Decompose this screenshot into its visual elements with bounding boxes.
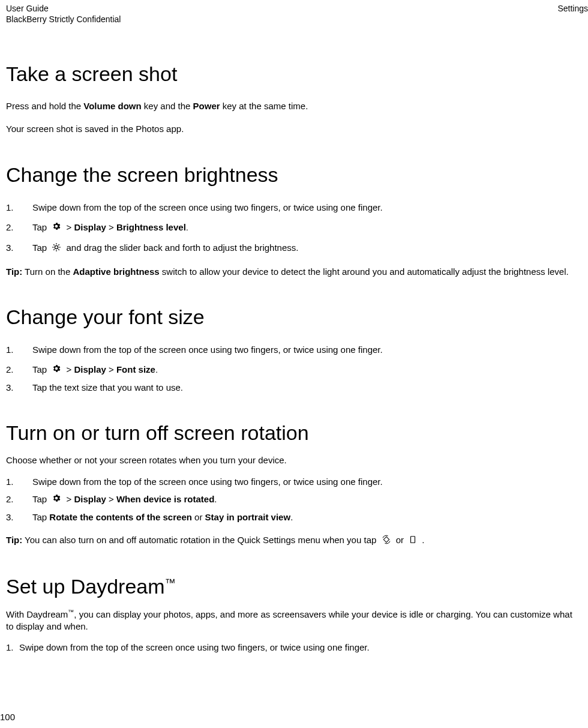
svg-line-8 (59, 244, 59, 245)
page-content: Take a screen shot Press and hold the Vo… (0, 62, 588, 654)
heading-screenshot: Take a screen shot (6, 62, 582, 86)
settings-gear-icon (52, 493, 61, 506)
svg-rect-10 (411, 536, 415, 543)
svg-line-6 (59, 249, 59, 250)
rotation-intro: Choose whether or not your screen rotate… (6, 454, 582, 466)
heading-brightness: Change the screen brightness (6, 163, 582, 187)
list-item: 2. Tap > Display > Brightness level. (6, 221, 582, 235)
list-item: 1.Swipe down from the top of the screen … (6, 475, 582, 488)
list-item: 3.Tap the text size that you want to use… (6, 381, 582, 394)
header-subtitle: BlackBerry Strictly Confidential (6, 14, 121, 24)
portrait-lock-icon (409, 535, 417, 547)
brightness-sun-icon (52, 242, 61, 255)
brightness-tip: Tip: Turn on the Adaptive brightness swi… (6, 266, 582, 278)
settings-gear-icon (52, 221, 61, 234)
svg-rect-9 (383, 537, 389, 542)
screenshot-p1: Press and hold the Volume down key and t… (6, 100, 582, 112)
heading-daydream: Set up Daydream™ (6, 575, 582, 598)
list-item: 1.Swipe down from the top of the screen … (6, 343, 582, 356)
header-title: User Guide (6, 4, 121, 13)
heading-fontsize: Change your font size (6, 305, 582, 329)
screenshot-p2: Your screen shot is saved in the Photos … (6, 123, 582, 135)
rotation-steps: 1.Swipe down from the top of the screen … (6, 475, 582, 524)
list-item: 3. Tap and drag the slider back and fort… (6, 241, 582, 255)
header-section: Settings (557, 4, 588, 24)
heading-rotation: Turn on or turn off screen rotation (6, 421, 582, 445)
list-item: 3. Tap Rotate the contents of the screen… (6, 511, 582, 523)
svg-point-0 (55, 245, 58, 248)
svg-line-7 (54, 249, 55, 250)
daydream-intro: With Daydream™, you can display your pho… (6, 608, 582, 633)
rotation-tip: Tip: You can also turn on and off automa… (6, 534, 582, 547)
settings-gear-icon (52, 364, 61, 376)
page-number: 100 (0, 712, 15, 722)
list-item: 1.Swipe down from the top of the screen … (6, 201, 582, 214)
page-header: User Guide BlackBerry Strictly Confident… (0, 0, 588, 24)
daydream-steps: 1.Swipe down from the top of the screen … (6, 641, 582, 654)
list-item: 2. Tap > Display > When device is rotate… (6, 493, 582, 507)
auto-rotate-icon (382, 535, 391, 547)
list-item: 1.Swipe down from the top of the screen … (6, 641, 582, 654)
brightness-steps: 1.Swipe down from the top of the screen … (6, 201, 582, 255)
svg-line-5 (54, 244, 55, 245)
list-item: 2. Tap > Display > Font size. (6, 363, 582, 377)
header-left: User Guide BlackBerry Strictly Confident… (6, 4, 121, 24)
fontsize-steps: 1.Swipe down from the top of the screen … (6, 343, 582, 394)
